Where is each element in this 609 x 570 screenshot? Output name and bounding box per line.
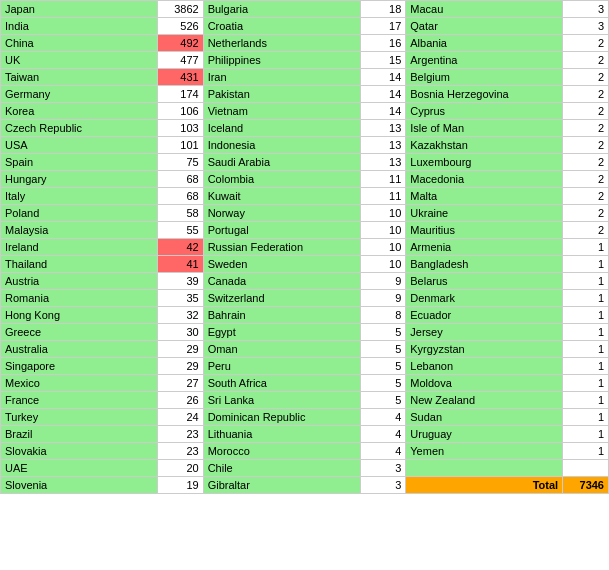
country-count: 2 <box>563 52 609 69</box>
country-name: Belarus <box>406 273 563 290</box>
country-count: 8 <box>360 307 406 324</box>
country-name: Poland <box>1 205 158 222</box>
country-count: 15 <box>360 52 406 69</box>
country-name: Slovakia <box>1 443 158 460</box>
country-name: Albania <box>406 35 563 52</box>
country-count: 3 <box>563 1 609 18</box>
country-name: Netherlands <box>203 35 360 52</box>
country-count: 23 <box>157 426 203 443</box>
country-count: 5 <box>360 375 406 392</box>
countries-table: Japan3862Bulgaria18Macau3India526Croatia… <box>0 0 609 494</box>
country-name: Hong Kong <box>1 307 158 324</box>
country-name: Bulgaria <box>203 1 360 18</box>
country-name: Australia <box>1 341 158 358</box>
country-count: 14 <box>360 86 406 103</box>
country-count: 13 <box>360 137 406 154</box>
country-count: 35 <box>157 290 203 307</box>
country-count: 3 <box>563 18 609 35</box>
country-count: 2 <box>563 205 609 222</box>
country-name: Chile <box>203 460 360 477</box>
country-count: 1 <box>563 392 609 409</box>
country-count: 4 <box>360 409 406 426</box>
country-name: Ecuador <box>406 307 563 324</box>
country-count: 2 <box>563 188 609 205</box>
country-count: 32 <box>157 307 203 324</box>
country-name: Morocco <box>203 443 360 460</box>
country-count: 1 <box>563 307 609 324</box>
country-name: Kyrgyzstan <box>406 341 563 358</box>
country-name: Yemen <box>406 443 563 460</box>
country-name: Iceland <box>203 120 360 137</box>
country-count: 2 <box>563 137 609 154</box>
country-name: Spain <box>1 154 158 171</box>
country-name: South Africa <box>203 375 360 392</box>
country-count: 1 <box>563 341 609 358</box>
country-count: 3862 <box>157 1 203 18</box>
country-name: Hungary <box>1 171 158 188</box>
country-name: Pakistan <box>203 86 360 103</box>
country-name: Vietnam <box>203 103 360 120</box>
country-count: 106 <box>157 103 203 120</box>
country-name: Malta <box>406 188 563 205</box>
country-name: Gibraltar <box>203 477 360 494</box>
country-count: 13 <box>360 154 406 171</box>
country-count: 41 <box>157 256 203 273</box>
country-name: Ukraine <box>406 205 563 222</box>
country-name: India <box>1 18 158 35</box>
country-count: 2 <box>563 154 609 171</box>
country-name: Sweden <box>203 256 360 273</box>
country-name: New Zealand <box>406 392 563 409</box>
country-name: Indonesia <box>203 137 360 154</box>
country-name: Canada <box>203 273 360 290</box>
country-name: France <box>1 392 158 409</box>
country-name: UAE <box>1 460 158 477</box>
country-count: 58 <box>157 205 203 222</box>
country-count: 1 <box>563 358 609 375</box>
country-name: Belgium <box>406 69 563 86</box>
country-count: 10 <box>360 222 406 239</box>
country-name: Kazakhstan <box>406 137 563 154</box>
country-count: 174 <box>157 86 203 103</box>
country-name: Armenia <box>406 239 563 256</box>
country-count: 492 <box>157 35 203 52</box>
country-name: Oman <box>203 341 360 358</box>
country-name: Ireland <box>1 239 158 256</box>
country-count: 5 <box>360 324 406 341</box>
country-count: 526 <box>157 18 203 35</box>
country-name: Russian Federation <box>203 239 360 256</box>
country-count: 23 <box>157 443 203 460</box>
country-count: 2 <box>563 86 609 103</box>
country-name: Luxembourg <box>406 154 563 171</box>
country-count: 3 <box>360 460 406 477</box>
country-count: 9 <box>360 290 406 307</box>
country-count: 1 <box>563 409 609 426</box>
country-count: 1 <box>563 375 609 392</box>
country-count: 9 <box>360 273 406 290</box>
country-count: 2 <box>563 171 609 188</box>
country-count: 16 <box>360 35 406 52</box>
country-name: Jersey <box>406 324 563 341</box>
country-count: 477 <box>157 52 203 69</box>
country-count: 1 <box>563 324 609 341</box>
country-count: 5 <box>360 392 406 409</box>
country-count: 103 <box>157 120 203 137</box>
country-name: Uruguay <box>406 426 563 443</box>
country-name: USA <box>1 137 158 154</box>
country-count: 10 <box>360 205 406 222</box>
country-count: 24 <box>157 409 203 426</box>
country-count: 4 <box>360 443 406 460</box>
country-name: Peru <box>203 358 360 375</box>
country-name: Portugal <box>203 222 360 239</box>
country-count: 2 <box>563 120 609 137</box>
country-name: Moldova <box>406 375 563 392</box>
country-name: Bahrain <box>203 307 360 324</box>
country-count: 2 <box>563 103 609 120</box>
country-count: 11 <box>360 188 406 205</box>
country-name: Taiwan <box>1 69 158 86</box>
country-name: Greece <box>1 324 158 341</box>
country-name: Sri Lanka <box>203 392 360 409</box>
country-name: Germany <box>1 86 158 103</box>
country-count: 19 <box>157 477 203 494</box>
country-count: 2 <box>563 69 609 86</box>
country-count: 75 <box>157 154 203 171</box>
